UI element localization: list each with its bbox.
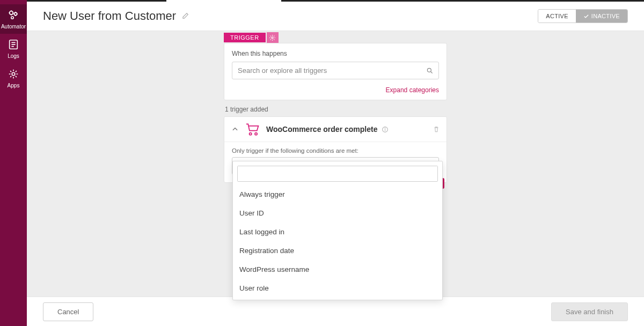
svg-point-9 [427, 68, 431, 72]
expand-categories-link[interactable]: Expand categories [386, 86, 439, 94]
delete-trigger-icon[interactable] [433, 125, 440, 133]
search-icon [426, 67, 434, 75]
status-active-button[interactable]: ACTIVE [538, 10, 576, 23]
header: New User from Customer ACTIVE INACTIVE [27, 2, 644, 31]
trigger-tab[interactable]: TRIGGER [224, 33, 266, 42]
trigger-item-name: WooCommerce order complete [266, 125, 377, 134]
when-this-happens-label: When this happens [232, 50, 439, 57]
dropdown-option[interactable]: User ID [235, 204, 440, 223]
sidebar-item-logs[interactable]: Logs [0, 34, 27, 63]
dropdown-option[interactable]: Last logged in [235, 223, 440, 241]
automator-icon [7, 9, 20, 21]
dropdown-option[interactable]: Always trigger [235, 185, 440, 204]
logs-icon [7, 38, 20, 51]
dropdown-option-label: User role [239, 284, 269, 292]
sidebar: Automator Logs Apps [0, 0, 27, 326]
cancel-button[interactable]: Cancel [43, 302, 93, 321]
sidebar-item-label: Apps [8, 83, 20, 88]
sidebar-item-automator[interactable]: Automator [0, 4, 27, 34]
woocommerce-icon [245, 122, 261, 136]
sidebar-item-label: Logs [8, 53, 19, 59]
collapse-icon[interactable] [231, 125, 239, 133]
dropdown-option[interactable]: User role [235, 279, 440, 298]
status-toggle: ACTIVE INACTIVE [538, 9, 628, 23]
trigger-card: When this happens Expand categories [224, 43, 447, 100]
check-icon [583, 13, 589, 19]
dropdown-option-label: Registration date [239, 247, 294, 255]
save-button[interactable]: Save and finish [551, 302, 628, 321]
status-inactive-button[interactable]: INACTIVE [576, 10, 627, 23]
dropdown-option-label: User ID [239, 209, 264, 217]
page-title: New User from Customer [43, 9, 176, 23]
trigger-count-label: 1 trigger added [225, 106, 447, 113]
status-active-label: ACTIVE [546, 13, 568, 19]
save-button-label: Save and finish [566, 308, 613, 316]
sidebar-item-label: Automator [1, 24, 26, 29]
trigger-tab-label: TRIGGER [230, 34, 259, 41]
cancel-button-label: Cancel [57, 308, 79, 316]
svg-point-12 [255, 133, 257, 135]
dropdown-option-label: Last logged in [239, 228, 284, 236]
svg-point-2 [11, 17, 13, 19]
dropdown-option-label: Always trigger [239, 190, 285, 198]
info-icon[interactable] [382, 126, 389, 133]
dropdown-search-input[interactable] [238, 166, 437, 181]
svg-point-7 [12, 72, 15, 76]
dropdown-option-label: WordPress username [239, 265, 309, 273]
sidebar-item-apps[interactable]: Apps [0, 63, 27, 93]
apps-icon [7, 68, 20, 80]
svg-point-15 [385, 128, 386, 128]
trigger-search-input[interactable] [232, 62, 439, 79]
dropdown-search-wrap [237, 166, 438, 182]
dropdown-option[interactable]: Registration date [235, 241, 440, 260]
conditions-label: Only trigger if the following conditions… [232, 147, 439, 154]
svg-point-1 [14, 12, 17, 15]
dropdown-option[interactable]: WordPress username [235, 260, 440, 279]
footer: Cancel Save and finish [27, 297, 644, 326]
trigger-settings-icon[interactable] [267, 32, 279, 43]
edit-title-icon[interactable] [181, 12, 189, 20]
svg-point-8 [272, 36, 273, 38]
svg-line-10 [431, 71, 433, 73]
conditions-dropdown: Always trigger User ID Last logged in Re… [232, 161, 443, 300]
svg-point-0 [10, 11, 13, 14]
status-inactive-label: INACTIVE [591, 13, 620, 19]
svg-point-11 [250, 133, 252, 135]
